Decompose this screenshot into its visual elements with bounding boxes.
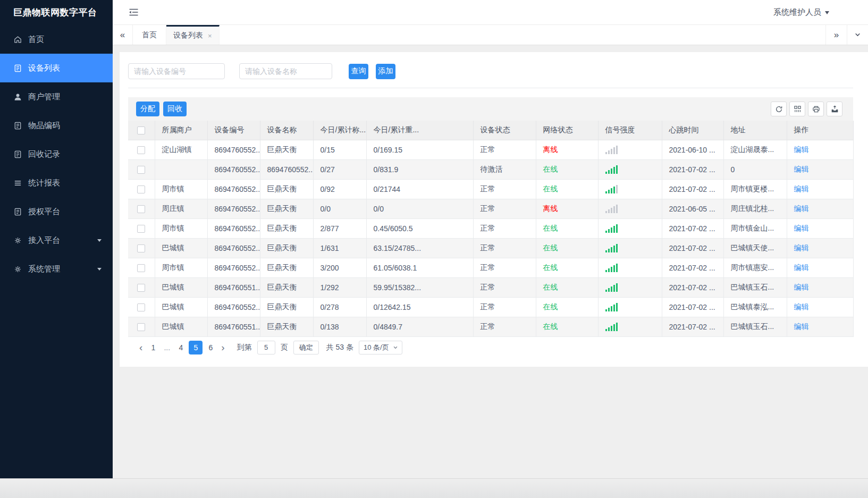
table-toolbar: 分配 回收: [128, 97, 853, 121]
app-window: 巨鼎物联网数字平台 首页设备列表商户管理物品编码回收记录统计报表授权平台接入平台…: [0, 0, 868, 478]
columns-icon[interactable]: [789, 102, 805, 116]
cell-address: 周市镇更楼...: [723, 179, 787, 199]
add-button[interactable]: 添加: [376, 64, 395, 79]
cell-today-count: 2/877: [313, 218, 366, 238]
network-status-badge: 在线: [543, 165, 558, 173]
cell-address: 巴城镇玉石...: [723, 317, 787, 336]
next-page-icon[interactable]: ›: [221, 342, 224, 352]
cell-merchant: 周市镇: [155, 218, 207, 238]
cell-network-status: 在线: [536, 179, 598, 199]
device-list-panel: 查询 添加 分配 回收: [120, 52, 868, 367]
confirm-page-button[interactable]: 确定: [293, 341, 319, 354]
page-button-6[interactable]: 6: [205, 341, 216, 354]
export-icon[interactable]: [827, 102, 842, 116]
doc-icon: [13, 64, 22, 73]
cell-device-status: 正常: [473, 258, 536, 277]
cell-device-no: 8694760552...: [207, 258, 260, 277]
signal-bars-icon: [605, 322, 618, 331]
sidebar-item-access-platform[interactable]: 接入平台: [0, 226, 113, 255]
doc-icon: [13, 207, 22, 216]
edit-link[interactable]: 编辑: [794, 243, 809, 252]
cell-device-name: 巨鼎天衡: [260, 297, 313, 317]
sidebar-item-label: 商户管理: [28, 92, 60, 102]
edit-link[interactable]: 编辑: [794, 204, 809, 213]
tabs-menu-icon[interactable]: [847, 25, 868, 45]
sidebar: 巨鼎物联网数字平台 首页设备列表商户管理物品编码回收记录统计报表授权平台接入平台…: [0, 0, 113, 478]
cell-merchant: 巴城镇: [155, 297, 207, 317]
page-button-1[interactable]: 1: [147, 341, 159, 354]
row-checkbox[interactable]: [137, 225, 145, 233]
edit-link[interactable]: 编辑: [794, 322, 809, 331]
edit-link[interactable]: 编辑: [794, 145, 809, 154]
page-ellipsis: ...: [161, 341, 173, 354]
cell-device-status: 正常: [473, 297, 536, 317]
sidebar-item-recycle-record[interactable]: 回收记录: [0, 140, 113, 168]
page-size-select[interactable]: 10 条/页: [359, 341, 402, 354]
print-icon[interactable]: [808, 102, 824, 116]
collapse-sidebar-icon[interactable]: [129, 8, 139, 16]
edit-link[interactable]: 编辑: [794, 263, 809, 272]
edit-link[interactable]: 编辑: [794, 283, 809, 291]
assign-button[interactable]: 分配: [136, 102, 159, 116]
sidebar-item-merchant-mgmt[interactable]: 商户管理: [0, 82, 113, 111]
table-row: 周市镇8694760552...巨鼎天衡2/8770.45/6050.5正常在线…: [128, 218, 853, 238]
cell-device-name: 巨鼎天衡: [260, 140, 313, 159]
edit-link[interactable]: 编辑: [794, 165, 809, 173]
tab-device-list[interactable]: 设备列表×: [166, 25, 220, 45]
sidebar-item-auth-platform[interactable]: 授权平台: [0, 197, 113, 226]
edit-link[interactable]: 编辑: [794, 184, 809, 193]
row-checkbox[interactable]: [137, 185, 145, 193]
row-checkbox[interactable]: [137, 284, 145, 292]
user-menu[interactable]: 系统维护人员: [773, 7, 829, 18]
row-checkbox[interactable]: [137, 323, 145, 331]
tab-home[interactable]: 首页: [133, 25, 166, 45]
cell-heartbeat: 2021-07-02 ...: [662, 179, 723, 199]
device-no-input[interactable]: [128, 63, 225, 79]
cell-device-status: 正常: [473, 277, 536, 297]
select-all-cell: [128, 121, 155, 140]
device-name-input[interactable]: [239, 63, 332, 79]
cell-signal: [598, 297, 662, 317]
column-header: 今日/累计称...: [313, 121, 366, 140]
row-checkbox[interactable]: [137, 205, 145, 213]
sidebar-item-device-list[interactable]: 设备列表: [0, 54, 113, 82]
page-button-4[interactable]: 4: [175, 341, 187, 354]
edit-link[interactable]: 编辑: [794, 224, 809, 232]
column-header: 操作: [787, 121, 853, 140]
page-button-5[interactable]: 5: [189, 341, 203, 354]
sidebar-item-system-mgmt[interactable]: 系统管理: [0, 255, 113, 283]
cell-today-count: 1/631: [313, 238, 366, 258]
table-header-row: 所属商户设备编号设备名称今日/累计称...今日/累计重...设备状态网络状态信号…: [128, 121, 853, 140]
search-row: 查询 添加: [128, 63, 853, 79]
prev-page-icon[interactable]: ‹: [139, 342, 142, 352]
device-table: 所属商户设备编号设备名称今日/累计称...今日/累计重...设备状态网络状态信号…: [128, 121, 854, 337]
sidebar-item-stats-report[interactable]: 统计报表: [0, 168, 113, 197]
sidebar-item-home[interactable]: 首页: [0, 25, 113, 54]
close-icon[interactable]: ×: [208, 32, 212, 40]
recycle-button[interactable]: 回收: [163, 102, 187, 116]
row-checkbox[interactable]: [137, 303, 145, 311]
refresh-icon[interactable]: [771, 102, 787, 116]
tabs-scroll-left-icon[interactable]: «: [113, 25, 133, 45]
query-button[interactable]: 查询: [349, 64, 368, 79]
cell-device-status: 正常: [473, 199, 536, 218]
cell-network-status: 在线: [536, 317, 598, 336]
row-checkbox[interactable]: [137, 166, 145, 174]
row-checkbox[interactable]: [137, 244, 145, 252]
cell-action: 编辑: [787, 317, 853, 336]
select-all-checkbox[interactable]: [137, 126, 145, 134]
row-checkbox[interactable]: [137, 146, 145, 154]
page-jump-input[interactable]: [257, 341, 275, 354]
doc-icon: [13, 150, 22, 159]
column-header: 所属商户: [155, 121, 207, 140]
edit-link[interactable]: 编辑: [794, 302, 809, 311]
row-checkbox[interactable]: [137, 264, 145, 272]
sidebar-item-label: 接入平台: [28, 235, 60, 246]
main-area: 系统维护人员 « 首页设备列表× » 查询 添加: [113, 0, 868, 478]
sidebar-item-item-code[interactable]: 物品编码: [0, 111, 113, 140]
toolbar-icons: [771, 102, 842, 116]
chevron-down-icon: [825, 11, 829, 16]
bottom-strip: [0, 478, 868, 498]
tabs-scroll-right-icon[interactable]: »: [825, 25, 847, 45]
cell-heartbeat: 2021-07-02 ...: [662, 277, 723, 297]
